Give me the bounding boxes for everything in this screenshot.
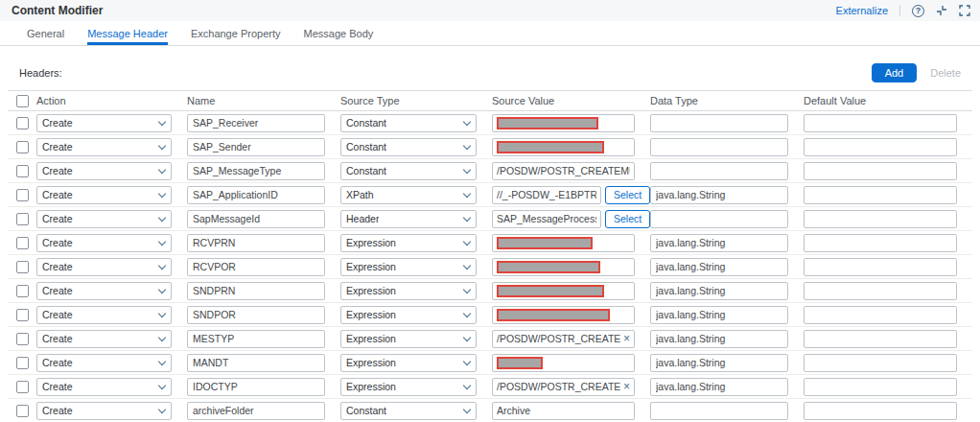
row-checkbox[interactable] [16, 285, 29, 297]
data-type-input[interactable] [650, 234, 788, 252]
source-value-input[interactable]: Archive [492, 402, 635, 420]
source-value-input[interactable]: SAP_MessageProcessing... [492, 210, 601, 228]
name-input[interactable] [187, 258, 325, 276]
name-input[interactable] [187, 330, 325, 348]
tab-message-header[interactable]: Message Header [87, 21, 168, 45]
action-select[interactable]: Create [36, 282, 172, 300]
action-select[interactable]: Create [36, 210, 172, 228]
source-type-select[interactable]: Constant [340, 138, 477, 156]
name-input[interactable] [187, 114, 325, 132]
data-type-input[interactable] [650, 378, 788, 396]
select-button[interactable]: Select [605, 210, 650, 228]
source-value-input[interactable]: /POSDW/POSTR_CREATEMUL× [492, 378, 635, 396]
data-type-input[interactable] [650, 210, 788, 228]
default-value-input[interactable] [804, 402, 957, 420]
action-select[interactable]: Create [36, 402, 172, 420]
row-checkbox[interactable] [16, 381, 29, 393]
data-type-input[interactable] [650, 354, 788, 372]
clear-icon[interactable]: × [623, 381, 630, 392]
source-type-select[interactable]: Expression [340, 378, 477, 396]
help-icon[interactable]: ? [912, 5, 924, 17]
data-type-input[interactable] [650, 162, 788, 180]
default-value-input[interactable] [804, 330, 957, 348]
row-checkbox[interactable] [16, 333, 29, 345]
name-input[interactable] [187, 210, 325, 228]
row-checkbox[interactable] [16, 213, 29, 225]
default-value-input[interactable] [804, 114, 957, 132]
action-select[interactable]: Create [36, 306, 172, 324]
action-select[interactable]: Create [36, 186, 172, 204]
row-checkbox[interactable] [16, 117, 29, 129]
data-type-input[interactable] [650, 402, 788, 420]
data-type-input[interactable] [650, 138, 788, 156]
row-checkbox[interactable] [16, 189, 29, 201]
name-input[interactable] [187, 186, 325, 204]
row-checkbox[interactable] [16, 357, 29, 369]
default-value-input[interactable] [804, 282, 957, 300]
default-value-input[interactable] [804, 354, 957, 372]
source-value-input[interactable] [492, 138, 635, 156]
select-all-checkbox[interactable] [16, 95, 29, 107]
source-value-input[interactable]: //_-POSDW_-E1BPTRANS... [492, 186, 601, 204]
name-input[interactable] [187, 306, 325, 324]
name-input[interactable] [187, 402, 325, 420]
tab-message-body[interactable]: Message Body [303, 21, 373, 45]
source-type-select[interactable]: Constant [340, 114, 477, 132]
default-value-input[interactable] [804, 210, 957, 228]
action-select[interactable]: Create [36, 258, 172, 276]
data-type-input[interactable] [650, 114, 788, 132]
source-type-select[interactable]: Header [340, 210, 477, 228]
default-value-input[interactable] [804, 186, 957, 204]
source-value-input[interactable] [492, 114, 635, 132]
name-input[interactable] [187, 354, 325, 372]
default-value-input[interactable] [804, 162, 957, 180]
name-input[interactable] [187, 138, 325, 156]
delete-button[interactable]: Delete [930, 67, 961, 79]
source-value-input[interactable] [492, 306, 635, 324]
action-select[interactable]: Create [36, 378, 172, 396]
row-checkbox[interactable] [16, 309, 29, 321]
source-value-input[interactable]: /POSDW/POSTR_CREATEMUL× [492, 330, 635, 348]
source-value-input[interactable] [492, 234, 635, 252]
row-checkbox[interactable] [16, 165, 29, 177]
name-input[interactable] [187, 234, 325, 252]
source-type-select[interactable]: Constant [340, 162, 477, 180]
name-input[interactable] [187, 378, 325, 396]
source-value-input[interactable]: /POSDW/POSTR_CREATEMULTIPLE [492, 162, 635, 180]
data-type-input[interactable] [650, 330, 788, 348]
default-value-input[interactable] [804, 378, 957, 396]
data-type-input[interactable] [650, 306, 788, 324]
source-type-select[interactable]: Expression [340, 282, 477, 300]
select-button[interactable]: Select [605, 186, 650, 204]
source-type-select[interactable]: Expression [340, 306, 477, 324]
default-value-input[interactable] [804, 258, 957, 276]
row-checkbox[interactable] [16, 141, 29, 153]
default-value-input[interactable] [804, 138, 957, 156]
source-value-input[interactable] [492, 282, 635, 300]
tab-exchange-property[interactable]: Exchange Property [191, 21, 281, 45]
data-type-input[interactable] [650, 282, 788, 300]
source-type-select[interactable]: Expression [340, 234, 477, 252]
data-type-input[interactable] [650, 186, 788, 204]
action-select[interactable]: Create [36, 138, 172, 156]
row-checkbox[interactable] [16, 237, 29, 249]
name-input[interactable] [187, 162, 325, 180]
add-button[interactable]: Add [872, 63, 918, 82]
name-input[interactable] [187, 282, 325, 300]
clear-icon[interactable]: × [623, 333, 630, 344]
source-type-select[interactable]: Expression [340, 354, 477, 372]
fullscreen-icon[interactable] [959, 5, 970, 16]
source-type-select[interactable]: Constant [340, 402, 477, 420]
action-select[interactable]: Create [36, 354, 172, 372]
source-type-select[interactable]: Expression [340, 330, 477, 348]
action-select[interactable]: Create [36, 162, 172, 180]
externalize-link[interactable]: Externalize [836, 5, 888, 16]
source-value-input[interactable] [492, 354, 635, 372]
data-type-input[interactable] [650, 258, 788, 276]
source-value-input[interactable] [492, 258, 635, 276]
row-checkbox[interactable] [16, 405, 29, 417]
action-select[interactable]: Create [36, 234, 172, 252]
source-type-select[interactable]: XPath [340, 186, 477, 204]
action-select[interactable]: Create [36, 330, 172, 348]
restore-window-icon[interactable] [936, 5, 947, 16]
